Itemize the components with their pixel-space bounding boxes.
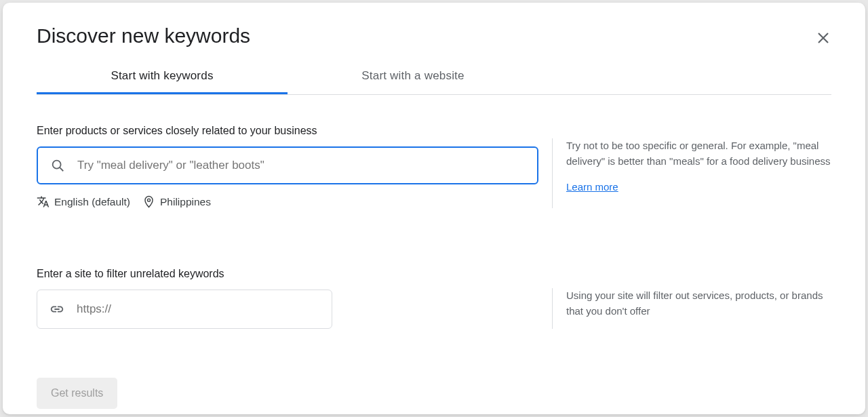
modal-title: Discover new keywords xyxy=(37,24,831,47)
translate-icon xyxy=(37,195,50,208)
learn-more-link[interactable]: Learn more xyxy=(566,180,618,195)
location-icon xyxy=(142,195,155,208)
svg-point-2 xyxy=(148,199,151,201)
site-label: Enter a site to filter unrelated keyword… xyxy=(37,268,538,280)
language-label: English (default) xyxy=(54,196,130,208)
tabs: Start with keywords Start with a website xyxy=(37,60,831,95)
svg-point-0 xyxy=(53,161,61,169)
keywords-input-wrap[interactable] xyxy=(37,146,538,184)
search-icon xyxy=(50,158,65,173)
tab-start-with-website[interactable]: Start with a website xyxy=(288,60,538,94)
keywords-help-text: Try not to be too specific or general. F… xyxy=(566,138,831,169)
site-input[interactable] xyxy=(77,302,319,316)
location-selector[interactable]: Philippines xyxy=(142,195,211,208)
svg-line-1 xyxy=(60,167,63,171)
get-results-button[interactable]: Get results xyxy=(37,378,117,409)
link-icon xyxy=(50,302,64,317)
site-help-text: Using your site will filter out services… xyxy=(566,288,831,319)
keywords-label: Enter products or services closely relat… xyxy=(37,125,538,137)
tab-start-with-keywords[interactable]: Start with keywords xyxy=(37,60,288,94)
close-button[interactable] xyxy=(814,28,833,47)
language-selector[interactable]: English (default) xyxy=(37,195,130,208)
location-label: Philippines xyxy=(160,196,211,208)
site-input-wrap[interactable] xyxy=(37,290,332,329)
discover-keywords-modal: Discover new keywords Start with keyword… xyxy=(3,3,865,414)
close-icon xyxy=(815,30,831,46)
keywords-input[interactable] xyxy=(77,159,525,172)
